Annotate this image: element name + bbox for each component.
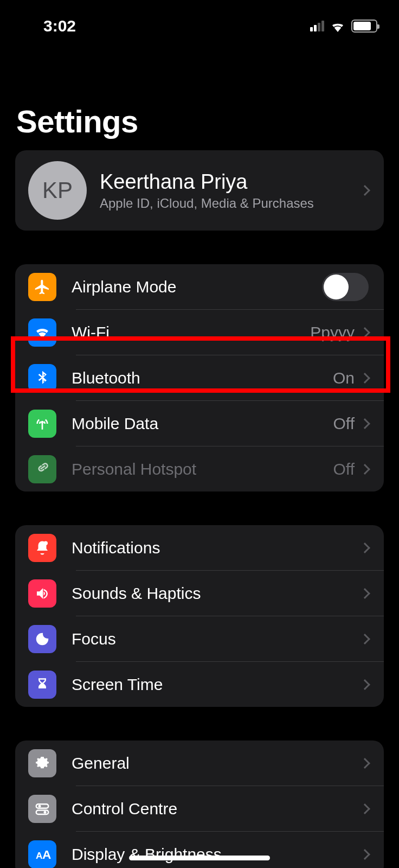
mobile-data-value: Off xyxy=(333,414,355,433)
focus-row[interactable]: Focus xyxy=(15,616,384,661)
svg-text:A: A xyxy=(42,847,51,861)
chevron-right-icon xyxy=(359,418,370,429)
speaker-icon xyxy=(28,579,56,608)
hotspot-label: Personal Hotspot xyxy=(72,460,333,478)
hotspot-value: Off xyxy=(333,460,355,478)
connectivity-group: Airplane Mode Wi-Fi Ppyyy Bluetooth On M… xyxy=(15,264,384,492)
bluetooth-value: On xyxy=(333,369,355,387)
screen-time-label: Screen Time xyxy=(72,675,361,694)
wifi-label: Wi-Fi xyxy=(72,323,310,342)
profile-name: Keerthana Priya xyxy=(100,170,361,194)
control-centre-row[interactable]: Control Centre xyxy=(15,786,384,831)
status-indicators xyxy=(310,20,377,33)
avatar: KP xyxy=(28,161,87,220)
status-time: 3:02 xyxy=(43,17,76,35)
focus-label: Focus xyxy=(72,630,361,648)
hourglass-icon xyxy=(28,671,56,699)
link-icon xyxy=(28,455,56,483)
svg-rect-1 xyxy=(36,804,49,808)
chevron-right-icon xyxy=(359,588,370,599)
signal-icon xyxy=(310,21,324,31)
chevron-right-icon xyxy=(359,679,370,690)
home-indicator[interactable] xyxy=(129,856,270,860)
general-row[interactable]: General xyxy=(15,741,384,786)
text-size-icon: AA xyxy=(28,840,56,869)
notifications-group: Notifications Sounds & Haptics Focus Scr… xyxy=(15,525,384,707)
status-bar: 3:02 xyxy=(0,0,399,44)
chevron-right-icon xyxy=(359,327,370,338)
svg-point-4 xyxy=(44,810,47,813)
antenna-icon xyxy=(28,410,56,438)
apple-id-row[interactable]: KP Keerthana Priya Apple ID, iCloud, Med… xyxy=(15,150,384,231)
wifi-icon xyxy=(330,20,346,32)
mobile-data-label: Mobile Data xyxy=(72,414,333,433)
svg-point-2 xyxy=(38,805,41,807)
wifi-value: Ppyyy xyxy=(310,323,355,342)
airplane-mode-row[interactable]: Airplane Mode xyxy=(15,264,384,309)
sounds-row[interactable]: Sounds & Haptics xyxy=(15,571,384,616)
airplane-icon xyxy=(28,273,56,301)
airplane-toggle[interactable] xyxy=(322,273,369,301)
chevron-right-icon xyxy=(359,373,370,384)
mobile-data-row[interactable]: Mobile Data Off xyxy=(15,401,384,446)
chevron-right-icon xyxy=(359,185,370,196)
screen-time-row[interactable]: Screen Time xyxy=(15,662,384,707)
airplane-mode-label: Airplane Mode xyxy=(72,278,322,296)
chevron-right-icon xyxy=(359,803,370,814)
chevron-right-icon xyxy=(359,542,370,553)
bluetooth-icon xyxy=(28,364,56,392)
svg-rect-3 xyxy=(36,810,49,814)
control-centre-label: Control Centre xyxy=(72,800,361,818)
sounds-label: Sounds & Haptics xyxy=(72,584,361,603)
bell-icon xyxy=(28,534,56,562)
profile-group: KP Keerthana Priya Apple ID, iCloud, Med… xyxy=(15,150,384,231)
notifications-row[interactable]: Notifications xyxy=(15,525,384,570)
chevron-right-icon xyxy=(359,849,370,860)
svg-point-0 xyxy=(44,541,48,545)
page-title: Settings xyxy=(0,44,399,150)
display-brightness-label: Display & Brightness xyxy=(72,845,361,864)
bluetooth-label: Bluetooth xyxy=(72,369,333,387)
gear-icon xyxy=(28,749,56,777)
chevron-right-icon xyxy=(359,634,370,644)
general-label: General xyxy=(72,754,361,773)
chevron-right-icon xyxy=(359,464,370,475)
general-group: General Control Centre AA Display & Brig… xyxy=(15,741,384,868)
wifi-icon xyxy=(28,318,56,347)
display-brightness-row[interactable]: AA Display & Brightness xyxy=(15,832,384,868)
sliders-icon xyxy=(28,795,56,823)
bluetooth-row[interactable]: Bluetooth On xyxy=(15,355,384,400)
battery-icon xyxy=(351,20,377,33)
personal-hotspot-row[interactable]: Personal Hotspot Off xyxy=(15,446,384,492)
moon-icon xyxy=(28,625,56,653)
chevron-right-icon xyxy=(359,758,370,769)
wifi-row[interactable]: Wi-Fi Ppyyy xyxy=(15,310,384,355)
profile-subtitle: Apple ID, iCloud, Media & Purchases xyxy=(100,196,361,211)
notifications-label: Notifications xyxy=(72,539,361,557)
